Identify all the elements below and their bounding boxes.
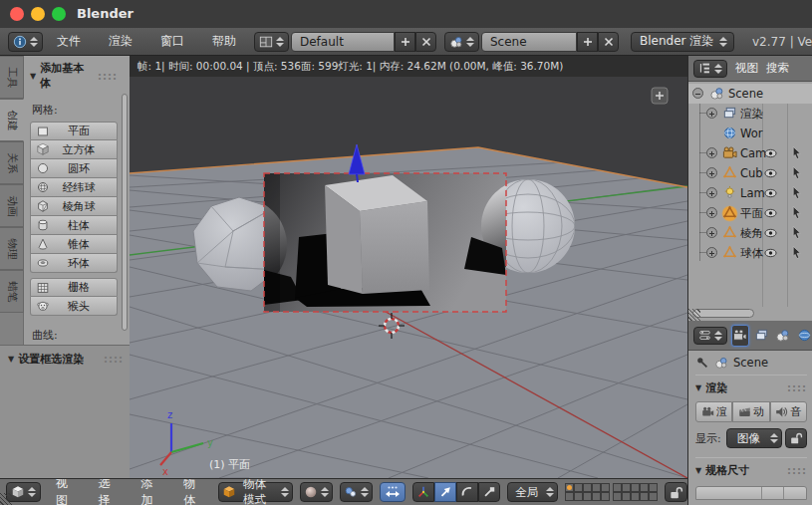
- lock-to-scene-button[interactable]: [665, 482, 687, 502]
- add-monkey-button[interactable]: 猴头: [30, 297, 118, 316]
- outliner-row-camera[interactable]: Cam: [688, 143, 812, 163]
- expand-icon[interactable]: [706, 147, 717, 158]
- expand-icon[interactable]: [706, 247, 717, 258]
- menu-help[interactable]: 帮助: [212, 33, 236, 50]
- operator-panel-header[interactable]: ▼ 设置框选渲染 ::::: [8, 352, 124, 367]
- screen-layout-selector[interactable]: [254, 32, 289, 52]
- collapse-icon[interactable]: [692, 88, 703, 99]
- add-uv-sphere-button[interactable]: 经纬球: [30, 178, 118, 197]
- selectability-cursor-icon[interactable]: [791, 186, 802, 199]
- tab-physics[interactable]: 物理: [0, 227, 24, 270]
- outliner-scrollbar[interactable]: [692, 309, 754, 318]
- menu-window[interactable]: 窗口: [160, 33, 184, 50]
- outliner-row-lamp[interactable]: Lam: [688, 183, 812, 203]
- outliner-row-plane[interactable]: 平面: [688, 203, 812, 223]
- add-ico-sphere-button[interactable]: 棱角球: [30, 197, 118, 216]
- visibility-eye-icon[interactable]: [764, 248, 777, 258]
- expand-icon[interactable]: [706, 108, 717, 119]
- add-circle-button[interactable]: 圆环: [30, 159, 118, 178]
- render-animation-button[interactable]: 动: [732, 401, 769, 422]
- pivot-point-dropdown[interactable]: [340, 482, 373, 502]
- panel-grip-icon[interactable]: ::::: [98, 71, 118, 82]
- dimensions-panel-header[interactable]: ▼ 规格尺寸 ::::: [695, 463, 807, 478]
- add-cube-button[interactable]: 立方体: [30, 140, 118, 159]
- editor-type-info-button[interactable]: [8, 32, 43, 52]
- outliner-menu-search[interactable]: 搜索: [766, 61, 789, 76]
- expand-icon[interactable]: [706, 227, 717, 238]
- selectability-cursor-icon[interactable]: [791, 166, 802, 179]
- editor-type-outliner-button[interactable]: [693, 60, 727, 78]
- render-audio-button[interactable]: 音: [770, 401, 807, 422]
- tab-world[interactable]: [796, 325, 812, 347]
- visibility-eye-icon[interactable]: [764, 188, 777, 198]
- add-torus-button[interactable]: 环体: [30, 254, 118, 273]
- expand-icon[interactable]: [706, 167, 717, 178]
- panel-grip-icon[interactable]: ::::: [787, 382, 807, 393]
- outliner-row-icosphere[interactable]: 棱角: [688, 223, 812, 243]
- mode-dropdown[interactable]: 物体模式: [218, 482, 293, 502]
- menu-render[interactable]: 渲染: [109, 33, 133, 50]
- maximize-window-button[interactable]: [52, 7, 66, 21]
- manipulator-toggle[interactable]: [380, 482, 406, 502]
- render-panel-header[interactable]: ▼ 渲染 ::::: [695, 380, 807, 395]
- minimize-window-button[interactable]: [31, 7, 45, 21]
- tool-shelf-scrollbar[interactable]: [122, 94, 128, 331]
- scene-name-field[interactable]: Scene: [481, 32, 577, 52]
- manipulator-translate-button[interactable]: [434, 482, 456, 502]
- viewport-3d[interactable]: z y x (1) 平面 帧: 1| 时间: 00:00.04 | 顶点: 53…: [130, 56, 687, 478]
- manipulator-scale-button[interactable]: [478, 482, 500, 502]
- visibility-eye-icon[interactable]: [764, 228, 777, 238]
- scene-selector[interactable]: [444, 32, 479, 52]
- render-engine-dropdown[interactable]: Blender 渲染: [631, 32, 734, 52]
- pin-icon[interactable]: [695, 356, 709, 370]
- delete-layout-button[interactable]: [415, 32, 436, 52]
- add-scene-button[interactable]: [577, 32, 598, 52]
- display-mode-dropdown[interactable]: 图像: [726, 428, 782, 448]
- menu-view[interactable]: 视图: [56, 478, 76, 505]
- outliner-row-cube[interactable]: Cub: [688, 163, 812, 183]
- layers-widget[interactable]: [565, 483, 658, 501]
- menu-add[interactable]: 添加: [140, 478, 160, 505]
- selectability-cursor-icon[interactable]: [791, 246, 802, 259]
- menu-object[interactable]: 物体: [183, 478, 203, 505]
- tab-create[interactable]: 创建: [0, 99, 24, 141]
- selectability-cursor-icon[interactable]: [791, 226, 802, 239]
- add-grid-button[interactable]: 栅格: [30, 278, 118, 297]
- selectability-cursor-icon[interactable]: [791, 206, 802, 219]
- manipulator-axis-button[interactable]: [412, 482, 434, 502]
- add-primitive-panel-header[interactable]: ▼ 添加基本体 ::::: [30, 61, 118, 91]
- outliner-row-scene[interactable]: Scene: [688, 84, 812, 104]
- add-cylinder-button[interactable]: 柱体: [30, 216, 118, 235]
- tab-tools[interactable]: 工具: [0, 56, 24, 99]
- viewport-shading-dropdown[interactable]: [300, 482, 333, 502]
- visibility-eye-icon[interactable]: [764, 168, 777, 178]
- tab-render-layers[interactable]: [753, 325, 770, 347]
- layout-name-field[interactable]: Default: [291, 32, 395, 52]
- display-lock-button[interactable]: [785, 428, 807, 448]
- expand-icon[interactable]: [706, 207, 717, 218]
- panel-grip-icon[interactable]: ::::: [104, 354, 124, 365]
- orientation-dropdown[interactable]: 全局: [507, 482, 558, 502]
- add-cone-button[interactable]: 锥体: [30, 235, 118, 254]
- tab-relations[interactable]: 关系: [0, 141, 24, 184]
- selectability-cursor-icon[interactable]: [791, 146, 802, 159]
- tab-animation[interactable]: 动画: [0, 184, 24, 227]
- expand-icon[interactable]: [706, 187, 717, 198]
- outliner-menu-view[interactable]: 视图: [735, 61, 758, 76]
- tab-scene[interactable]: [774, 325, 791, 347]
- panel-grip-icon[interactable]: ::::: [787, 465, 807, 476]
- layer-group-1[interactable]: [565, 483, 610, 501]
- add-layout-button[interactable]: [395, 32, 415, 52]
- layer-group-2[interactable]: [613, 483, 658, 501]
- editor-type-properties-button[interactable]: [693, 327, 727, 345]
- outliner-row-sphere[interactable]: 球体: [688, 243, 812, 263]
- visibility-eye-icon[interactable]: [764, 208, 777, 218]
- render-image-button[interactable]: 渲: [695, 401, 732, 422]
- outliner-row-world[interactable]: Wor: [688, 124, 812, 143]
- manipulator-rotate-button[interactable]: [456, 482, 478, 502]
- region-resize-corner[interactable]: [0, 493, 12, 505]
- tab-render[interactable]: [731, 325, 749, 347]
- outliner-row-render-layers[interactable]: 渲染: [688, 104, 812, 124]
- render-preset-button-partial[interactable]: [695, 486, 807, 500]
- expand-region-button[interactable]: [652, 88, 668, 104]
